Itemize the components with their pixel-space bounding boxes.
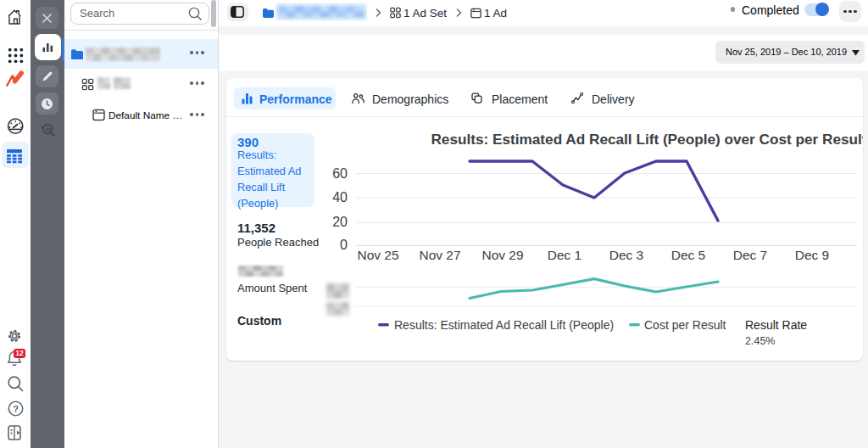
svg-text:Results: Estimated Ad Recall L: Results: Estimated Ad Recall Lift (Peopl…: [394, 318, 614, 332]
svg-text:Dec 3: Dec 3: [609, 248, 644, 262]
svg-text:20: 20: [332, 215, 348, 229]
svg-text:Dec 9: Dec 9: [795, 248, 830, 262]
svg-text:Cost per Result: Cost per Result: [644, 318, 726, 332]
svg-text:Nov 27: Nov 27: [419, 248, 460, 262]
svg-text:Nov 29: Nov 29: [481, 248, 523, 262]
svg-text:Nov 25: Nov 25: [357, 248, 398, 262]
svg-text:Result Rate: Result Rate: [745, 318, 807, 332]
svg-text:60: 60: [332, 166, 348, 181]
svg-text:Results: Estimated Ad Recall L: Results: Estimated Ad Recall Lift (Peopl…: [431, 131, 863, 148]
svg-text:Dec 1: Dec 1: [548, 248, 582, 262]
svg-text:Dec 5: Dec 5: [671, 248, 706, 262]
svg-text:2.45%: 2.45%: [745, 335, 775, 347]
svg-text:40: 40: [332, 190, 348, 204]
svg-text:?: ?: [13, 404, 19, 414]
svg-text:0: 0: [340, 238, 348, 252]
svg-text:Dec 7: Dec 7: [733, 248, 768, 262]
